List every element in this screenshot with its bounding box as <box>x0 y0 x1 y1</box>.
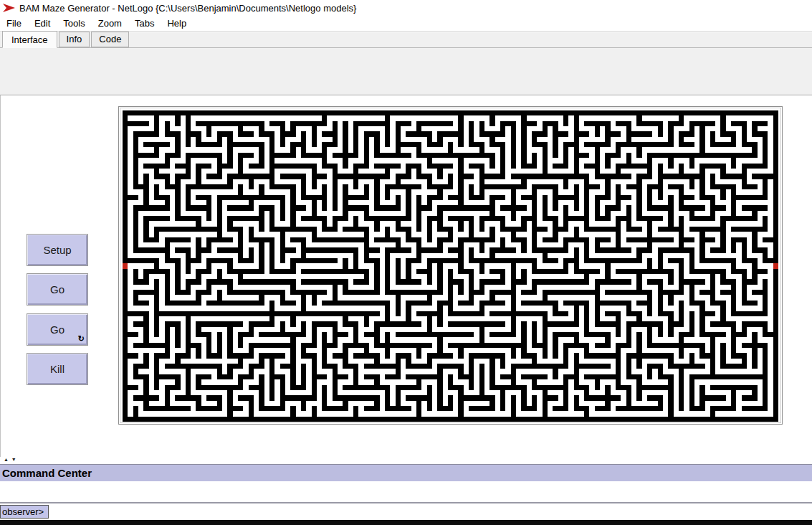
command-center-output <box>0 481 812 503</box>
world-view[interactable] <box>123 110 778 422</box>
menu-item-help[interactable]: Help <box>161 16 193 30</box>
menu-item-file[interactable]: File <box>0 16 28 30</box>
world-view-inner <box>120 108 781 423</box>
netlogo-app-icon <box>3 3 15 13</box>
title-bar: BAM Maze Generator - NetLogo {C:\Users\B… <box>0 0 812 16</box>
window-title: BAM Maze Generator - NetLogo {C:\Users\B… <box>19 3 356 14</box>
go-once-button[interactable]: Go <box>27 273 88 306</box>
menu-item-edit[interactable]: Edit <box>28 16 57 30</box>
tab-bar: Interface Info Code <box>0 32 812 48</box>
command-center-splitter[interactable]: ▲ ▼ <box>0 457 812 464</box>
world-view-frame <box>118 106 783 425</box>
command-center-title: Command Center <box>0 467 92 479</box>
command-center-header: Command Center <box>0 464 812 481</box>
forever-loop-icon: ↻ <box>78 334 85 344</box>
tab-interface[interactable]: Interface <box>2 31 57 48</box>
interface-canvas-area: Setup Go Go ↻ Kill <box>0 95 812 463</box>
splitter-grip-icon: ▲ ▼ <box>4 457 17 462</box>
tab-info[interactable]: Info <box>59 32 90 47</box>
menu-item-zoom[interactable]: Zoom <box>92 16 128 30</box>
command-prompt-row: observer> <box>0 505 812 519</box>
netlogo-window: BAM Maze Generator - NetLogo {C:\Users\B… <box>0 0 812 525</box>
menu-item-tools[interactable]: Tools <box>57 16 91 30</box>
go-forever-button[interactable]: Go ↻ <box>27 313 88 346</box>
setup-button[interactable]: Setup <box>27 234 88 266</box>
menu-bar: File Edit Tools Zoom Tabs Help <box>0 16 812 32</box>
interface-toolbar: Edit Delete + Add ▸ abc Button ▼ normal … <box>0 48 812 95</box>
tab-code[interactable]: Code <box>91 32 129 47</box>
command-input[interactable] <box>49 505 812 519</box>
kill-button[interactable]: Kill <box>27 353 88 385</box>
bottom-edge-bar <box>0 520 812 525</box>
observer-prompt: observer> <box>0 505 49 519</box>
menu-item-tabs[interactable]: Tabs <box>128 16 161 30</box>
